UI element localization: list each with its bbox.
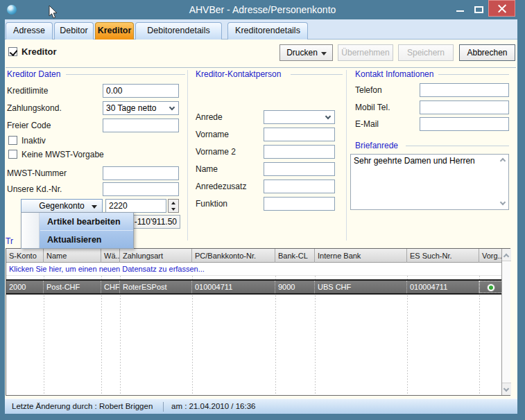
briefanrede-title: Briefanrede [355,141,402,150]
scroll-up-button[interactable] [502,249,511,261]
funktion-input[interactable] [264,197,335,211]
kreditor-checkbox-label: Kreditor [21,46,57,57]
table-row-selected[interactable]: 2000 Post-CHF CHF RoterESPost 010004711 … [6,279,501,295]
mobil-input[interactable] [420,100,509,114]
kreditor-daten-title: Kreditor Daten [7,69,64,79]
anrede-select[interactable] [264,110,335,124]
table-scrollbar[interactable] [501,249,510,395]
kreditor-checkbox[interactable] [8,47,17,56]
bankkonten-table: S-Konto Name Wä... Zahlungsart PC/Bankko… [6,248,510,396]
chevron-down-icon [325,114,331,119]
maximize-icon [474,6,483,13]
col-header-s-konto[interactable]: S-Konto [6,249,44,263]
scroll-down-button[interactable] [502,383,511,395]
briefanrede-textarea[interactable]: Sehr geehrte Damen und Herren [350,154,509,210]
kreditlimite-label: Kreditlimite [7,86,48,96]
drucken-button[interactable]: Drucken [279,44,333,61]
funktion-label: Funktion [196,199,227,209]
chevron-up-icon [504,254,509,259]
tab-kreditor[interactable]: Kreditor [95,22,134,40]
cell-s-konto: 2000 [6,281,44,293]
zahlungskond-select[interactable]: 30 Tage netto [103,101,179,115]
titlebar: AHVBer - Adresse/Personenkonto [0,0,525,19]
briefanrede-scroll-down[interactable] [498,199,508,209]
col-header-bank-cl[interactable]: Bank-CL [275,249,315,263]
kontaktperson-line [291,74,343,75]
status-last-change: Letzte Änderung durch : Robert Briggen [12,402,153,410]
unsere-kdnr-label: Unsere Kd.-Nr. [7,184,62,194]
keine-mwst-label: Keine MWST-Vorgabe [21,150,104,159]
abbrechen-button-label: Abbrechen [467,48,507,58]
col-header-es-such-nr[interactable]: ES Such-Nr. [407,249,479,263]
speichern-button[interactable]: Speichern [398,44,454,61]
kontakt-info-title: Kontakt Infomationen [355,69,438,79]
chevron-down-icon [504,386,509,392]
new-record-row[interactable]: Klicken Sie hier, um einen neuen Datensa… [6,263,501,276]
freier-code-input[interactable] [103,119,179,132]
drucken-button-label: Drucken [286,48,318,58]
close-button[interactable] [488,0,515,17]
col-header-zahlungsart[interactable]: Zahlungsart [120,249,192,263]
vorname2-input[interactable] [264,145,335,159]
tab-debitor[interactable]: Debitor [54,22,94,40]
cell-name: Post-CHF [44,281,101,293]
inaktiv-checkbox[interactable] [8,136,17,145]
table-header-row: S-Konto Name Wä... Zahlungsart PC/Bankko… [6,249,501,263]
col-header-name[interactable]: Name [44,249,101,263]
col-header-bankkonto[interactable]: PC/Bankkonto-Nr. [192,249,275,263]
zahlungskond-value: 30 Tage netto [106,103,157,113]
cell-zahlungsart: RoterESPost [120,281,192,293]
gegenkonto-button[interactable]: Gegenkonto [21,199,103,213]
abbrechen-button[interactable]: Abbrechen [459,44,515,61]
vorname-input[interactable] [264,128,335,141]
status-timestamp: am : 21.04.2010 / 16:36 [171,402,255,410]
menu-item-artikel-bearbeiten[interactable]: Artikel bearbeiten [40,213,133,231]
menu-item-aktualisieren[interactable]: Aktualisieren [40,231,133,249]
cell-interne-bank: UBS CHF [315,281,407,293]
status-separator [163,402,164,412]
tab-kreditorendetails[interactable]: Kreditorendetails [227,22,308,40]
telefon-input[interactable] [420,83,509,97]
gegenkonto-context-menu: Artikel bearbeiten Aktualisieren [21,212,134,249]
briefanrede-scroll-up[interactable] [498,156,508,166]
mobil-label: Mobil Tel. [355,103,390,112]
uebernehmen-button[interactable]: Übernehmen [338,44,393,61]
mwst-nummer-input[interactable] [103,166,179,180]
anrede-label: Anrede [196,112,223,122]
menu-icon-gutter [21,213,40,248]
cell-es-such-nr: 010004711 [407,281,479,293]
email-input[interactable] [420,117,509,131]
maximize-button[interactable] [471,1,488,17]
keine-mwst-checkbox[interactable] [8,150,17,159]
col-header-interne-bank[interactable]: Interne Bank [315,249,407,263]
kontaktperson-title: Kreditor-Kontaktperson [196,69,285,79]
cell-bankkonto: 010004711 [192,281,275,293]
gegenkonto-input[interactable] [105,199,166,213]
vorname2-label: Vorname 2 [196,147,236,157]
unsere-kdnr-input[interactable] [103,182,179,196]
kreditlimite-input[interactable] [103,84,179,98]
uebernehmen-button-label: Übernehmen [341,48,389,58]
tab-debitorendetails[interactable]: Debitorendetails [135,22,222,40]
column-separator-left [187,70,188,240]
col-header-vorg[interactable]: Vorg... [479,249,501,263]
name-input[interactable] [264,162,335,176]
cell-waehrung: CHF [101,281,120,293]
tab-adresse[interactable]: Adresse [6,22,53,40]
anredezusatz-input[interactable] [264,180,335,193]
app-window: AHVBer - Adresse/Personenkonto Adresse D… [0,0,525,420]
cell-bank-cl: 9000 [275,281,315,293]
gegenkonto-spinner[interactable] [168,199,179,213]
col-header-waehrung[interactable]: Wä... [101,249,120,263]
minimize-button[interactable] [452,1,469,17]
spinner-up-icon [171,202,175,204]
status-bar: Letzte Änderung durch : Robert Briggen a… [5,399,517,414]
spinner-down-icon [171,208,175,211]
cell-vorg [479,281,501,293]
gegenkonto-button-label: Gegenkonto [39,201,84,211]
zahlungskond-label: Zahlungskond. [7,103,62,113]
name-label: Name [196,164,218,174]
tab-bar: Adresse Debitor Kreditor Debitorendetail… [5,19,517,40]
minimize-icon [456,10,464,12]
email-label: E-Mail [355,119,379,129]
